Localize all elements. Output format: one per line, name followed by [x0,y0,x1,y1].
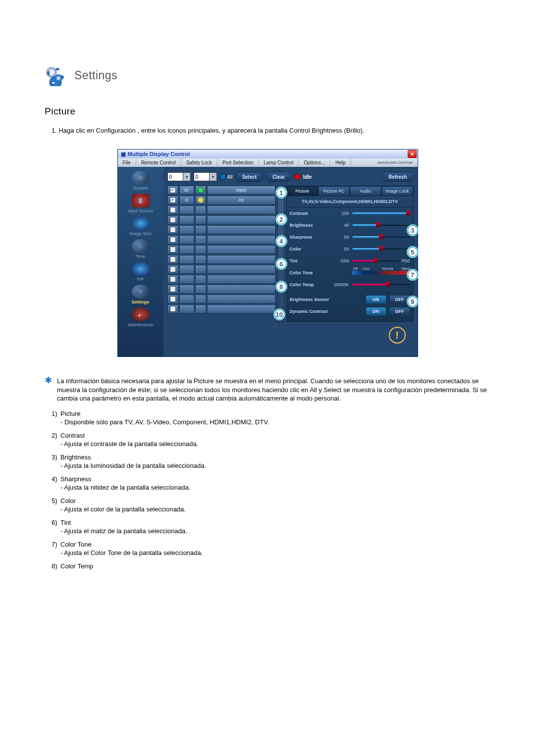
table-row[interactable] [167,255,275,264]
tab-picture[interactable]: Picture [287,186,319,196]
page-title: Settings [74,69,117,82]
definition-list: 1)Picture- Disponible sólo para TV, AV, … [52,410,490,570]
svg-point-3 [56,76,60,80]
idle-indicator-icon [294,174,300,180]
sidebar-item-maintenance[interactable]: 🧹Maintenance [121,307,160,327]
table-row[interactable] [167,304,275,313]
close-icon[interactable]: ✕ [408,150,417,158]
window-footer: ! [167,322,414,347]
menu-remote[interactable]: Remote Control [136,158,181,167]
menu-file[interactable]: File [118,158,136,167]
toolbar: 0▾ 0▾ All Select Clear Idle Refresh [167,172,414,182]
chevron-down-icon[interactable]: ▾ [209,173,216,181]
table-row[interactable] [167,295,275,303]
power-icon: ⏻ [132,171,150,185]
table-row[interactable] [167,215,275,224]
sources-label: TV,AV,S-Video,Component,HDMI1,HDMI2,DTV [287,196,413,207]
row-check-icon[interactable] [170,207,176,213]
row-check-icon[interactable] [170,276,176,282]
clear-button[interactable]: Clear [266,172,291,182]
row-check-icon[interactable] [170,247,176,252]
refresh-button[interactable]: Refresh [382,172,413,182]
brightness-row: Brightness 45 [287,219,413,231]
scrollbar[interactable]: ▴▾ [277,186,284,322]
menu-port[interactable]: Port Selection [217,158,259,167]
color-temp-slider[interactable] [352,283,410,286]
definition-item: 1)Picture- Disponible sólo para TV, AV, … [52,410,490,426]
intro-text: 1. Haga clic en Configuración , entre lo… [52,127,490,134]
mdc-window: ▦ Multiple Display Control ✕ File Remote… [117,149,418,357]
row-check-icon[interactable] [170,286,176,292]
size-icon: ◱ [132,216,150,230]
definition-item: 6)Tint- Ajusta el matiz de la pantalla s… [52,519,490,535]
definition-item: 2)Contrast- Ajusta el contraste de la pa… [52,432,490,448]
row-check-icon[interactable] [170,237,176,243]
contrast-slider[interactable] [352,212,410,215]
color-row: Color 50 [287,243,413,255]
table-row[interactable] [167,275,275,284]
brightness-sensor-off[interactable]: OFF [389,295,410,304]
menu-lamp[interactable]: Lamp Control [259,158,299,167]
dynamic-contrast-row: Dynamic Contrast ON OFF [287,305,413,317]
contrast-row: Contrast 100 [287,207,413,219]
chevron-down-icon[interactable]: ▾ [280,316,282,320]
brand-label: SAMSUNG DIGITall [372,158,417,167]
row-check-icon[interactable] [170,217,176,223]
sidebar-item-image-size[interactable]: ◱Image Size [121,216,160,236]
select-button[interactable]: Select [236,172,263,182]
sharpness-slider[interactable] [352,236,410,239]
definition-item: 3)Brightness- Ajusta la luminosidad de l… [52,454,490,469]
row-check-icon[interactable] [170,256,176,262]
tab-audio[interactable]: Audio [350,186,381,196]
star-icon: ✱ [45,377,52,403]
sidebar-item-time[interactable]: ◴Time [121,239,160,259]
color-tone-band[interactable]: Off Cool Normal Warm [352,271,410,275]
tab-picture-pc[interactable]: Picture PC [318,186,350,196]
check-all[interactable]: All [220,174,233,180]
color-slider[interactable] [352,248,410,251]
table-row[interactable] [167,225,275,234]
range-to[interactable]: 0▾ [194,172,217,181]
chevron-up-icon[interactable]: ▴ [280,187,282,192]
menu-options[interactable]: Options... [299,158,330,167]
definition-item: 8)Color Temp [52,562,490,570]
sidebar-item-settings[interactable]: ⚙Settings [121,285,160,304]
definition-item: 4)Sharpness- Ajusta la nitidez de la pan… [52,475,490,491]
tab-image-lock[interactable]: Image Lock [381,186,413,196]
tint-row: Tint G50 R50 [287,255,413,267]
star-note: ✱ La información básica necesaria para a… [45,377,490,403]
input-icon: █ [132,194,150,207]
table-row[interactable] [167,245,275,254]
range-from[interactable]: 0▾ [167,172,191,181]
row-check-icon[interactable] [170,266,176,272]
pip-icon: ▭ [132,262,150,276]
row-check-icon[interactable] [170,296,176,302]
maint-icon: 🧹 [132,307,150,321]
info-icon[interactable]: ! [389,327,406,344]
brightness-slider[interactable] [352,224,410,227]
chevron-down-icon[interactable]: ▾ [183,173,190,181]
brightness-sensor-on[interactable]: ON [366,295,386,304]
dynamic-contrast-on[interactable]: ON [366,307,386,316]
tint-slider[interactable] [352,259,399,262]
dynamic-contrast-off[interactable]: OFF [389,307,410,316]
header-check-icon[interactable] [170,187,176,193]
table-row[interactable] [167,265,275,274]
col-input: Input [207,186,275,195]
definition-item: 7)Color Tone- Ajusta el Color Tone de la… [52,541,490,556]
sidebar-item-system[interactable]: ⏻System [121,171,160,191]
brightness-sensor-row: Brightness Sensor ON OFF [287,294,413,305]
row-check-icon[interactable] [170,306,176,312]
row-check-icon[interactable] [170,227,176,233]
sidebar-item-input[interactable]: █Input Source [121,194,160,213]
menu-help[interactable]: Help [330,158,351,167]
table-row[interactable] [167,235,275,244]
sidebar-item-pip[interactable]: ▭PIP [121,262,160,282]
table-row[interactable] [167,285,275,294]
table-row[interactable]: 0AV [167,196,275,204]
properties-panel: Picture Picture PC Audio Image Lock TV,A… [286,186,414,322]
menu-safety[interactable]: Safety Lock [181,158,217,167]
window-titlebar: ▦ Multiple Display Control ✕ [118,150,418,158]
row-check-icon[interactable] [170,197,176,203]
table-row[interactable] [167,205,275,214]
